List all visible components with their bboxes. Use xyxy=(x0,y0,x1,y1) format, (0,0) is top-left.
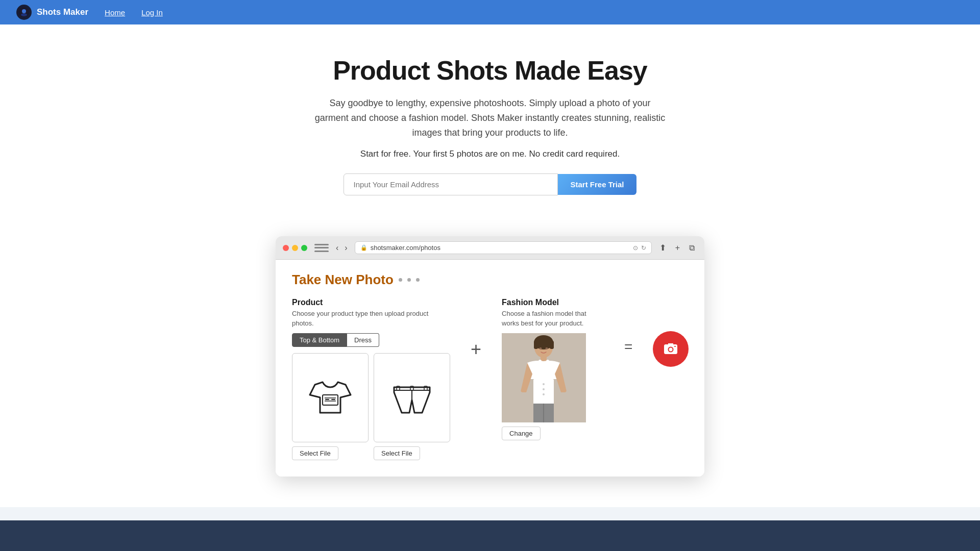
camera-icon xyxy=(662,340,679,358)
shorts-icon xyxy=(386,367,437,428)
product-tabs: Top & Bottom Dress xyxy=(292,333,450,347)
tab-dress[interactable]: Dress xyxy=(347,333,379,347)
nav-home[interactable]: Home xyxy=(105,8,125,17)
hero-section: Product Shots Made Easy Say goodbye to l… xyxy=(0,24,980,221)
product-column: Product Choose your product type then up… xyxy=(292,298,450,460)
svg-point-28 xyxy=(546,347,548,349)
change-model-button[interactable]: Change xyxy=(502,427,541,440)
email-input[interactable] xyxy=(344,173,558,195)
app-title-row: Take New Photo xyxy=(292,272,688,288)
svg-point-2 xyxy=(21,13,27,16)
svg-rect-16 xyxy=(534,341,538,349)
upload-box-top: Select File xyxy=(292,353,369,460)
footer xyxy=(0,520,980,551)
svg-rect-20 xyxy=(546,360,549,367)
camera-button[interactable] xyxy=(653,331,689,367)
email-form: Start Free Trial xyxy=(10,173,970,195)
model-svg xyxy=(502,333,586,422)
tshirt-icon xyxy=(305,367,356,428)
camera-button-wrap xyxy=(653,298,689,367)
svg-rect-6 xyxy=(325,399,329,400)
nav-login[interactable]: Log In xyxy=(141,8,163,17)
hero-subtitle: Say goodbye to lengthy, expensive photos… xyxy=(311,96,669,140)
svg-point-27 xyxy=(540,347,542,349)
dot-3 xyxy=(416,278,420,282)
back-button[interactable]: ‹ xyxy=(334,242,340,254)
upload-boxes: Select File xyxy=(292,353,450,460)
browser-chrome: ‹ › 🔒 shotsmaker.com/photos ⊙ ↻ ⬆ + ⧉ xyxy=(276,236,704,260)
new-tab-button[interactable]: + xyxy=(673,242,682,254)
forward-button[interactable]: › xyxy=(342,242,349,254)
hero-free-text: Start for free. Your first 5 photos are … xyxy=(10,149,970,159)
model-label: Fashion Model xyxy=(502,298,604,307)
sidebar-toggle[interactable] xyxy=(314,243,329,253)
tab-top-bottom[interactable]: Top & Bottom xyxy=(292,333,347,347)
trial-button[interactable]: Start Free Trial xyxy=(558,174,636,195)
reader-icon: ⊙ xyxy=(633,244,638,252)
mockup-section: ‹ › 🔒 shotsmaker.com/photos ⊙ ↻ ⬆ + ⧉ Ta… xyxy=(0,221,980,507)
model-desc: Choose a fashion model that works best f… xyxy=(502,309,604,328)
select-file-bottom[interactable]: Select File xyxy=(374,446,420,460)
tab-overview-button[interactable]: ⧉ xyxy=(687,242,697,254)
share-button[interactable]: ⬆ xyxy=(657,242,669,254)
lock-icon: 🔒 xyxy=(360,244,368,251)
traffic-light-yellow[interactable] xyxy=(292,245,298,251)
brand-name: Shots Maker xyxy=(37,7,88,17)
svg-rect-21 xyxy=(533,379,554,405)
app-content: Take New Photo Product Choose your produ… xyxy=(276,260,704,476)
svg-point-26 xyxy=(543,393,545,395)
product-label: Product xyxy=(292,298,450,307)
nav-arrows: ‹ › xyxy=(334,242,350,254)
hero-title: Product Shots Made Easy xyxy=(10,55,970,86)
svg-rect-17 xyxy=(550,341,554,349)
brand: Shots Maker xyxy=(16,5,88,20)
navbar: Shots Maker Home Log In xyxy=(0,0,980,24)
svg-rect-31 xyxy=(674,346,676,347)
address-bar[interactable]: 🔒 shotsmaker.com/photos ⊙ ↻ xyxy=(355,241,652,254)
svg-rect-7 xyxy=(331,399,335,400)
product-desc: Choose your product type then upload pro… xyxy=(292,309,450,328)
shorts-upload-area[interactable] xyxy=(374,353,450,442)
traffic-light-green[interactable] xyxy=(301,245,307,251)
svg-point-1 xyxy=(22,9,26,13)
equals-sign: = xyxy=(624,298,632,355)
traffic-lights xyxy=(283,245,307,251)
dot-2 xyxy=(407,278,411,282)
svg-point-25 xyxy=(543,388,545,390)
upload-box-bottom: Select File xyxy=(374,353,450,460)
svg-point-24 xyxy=(543,383,545,385)
url-text: shotsmaker.com/photos xyxy=(371,244,440,252)
browser-actions: ⬆ + ⧉ xyxy=(657,242,697,254)
svg-rect-19 xyxy=(538,360,542,367)
refresh-icon[interactable]: ↻ xyxy=(641,244,646,252)
model-column: Fashion Model Choose a fashion model tha… xyxy=(502,298,604,440)
browser-window: ‹ › 🔒 shotsmaker.com/photos ⊙ ↻ ⬆ + ⧉ Ta… xyxy=(276,236,704,476)
brand-icon xyxy=(16,5,32,20)
select-file-top[interactable]: Select File xyxy=(292,446,338,460)
tshirt-upload-area[interactable] xyxy=(292,353,369,442)
main-columns: Product Choose your product type then up… xyxy=(292,298,688,460)
svg-point-30 xyxy=(669,348,673,352)
model-image[interactable] xyxy=(502,333,586,422)
plus-sign: + xyxy=(471,298,481,360)
svg-rect-3 xyxy=(323,395,338,405)
app-title-text: Take New Photo xyxy=(292,272,394,288)
dot-1 xyxy=(399,278,402,282)
traffic-light-red[interactable] xyxy=(283,245,289,251)
